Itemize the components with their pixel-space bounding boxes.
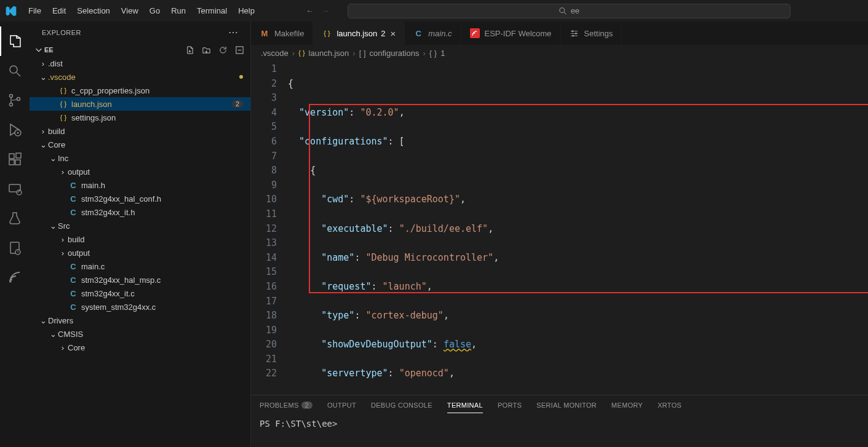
svg-point-8 [17, 132, 19, 134]
sidebar: EXPLORER ⋯ EE ›.dist ⌄.vscode { }c_cpp_p… [30, 22, 251, 447]
svg-point-19 [571, 30, 573, 32]
problems-badge: 2 [232, 100, 243, 108]
refresh-icon[interactable] [218, 45, 228, 55]
json-icon: { } [58, 100, 69, 108]
sidebar-title: EXPLORER [42, 29, 81, 36]
tree-file-halmsp[interactable]: Cstm32g4xx_hal_msp.c [30, 273, 250, 287]
tree-folder-core[interactable]: ⌄Core [30, 138, 250, 151]
menu-view[interactable]: View [116, 4, 143, 18]
modified-dot-icon [239, 75, 243, 79]
code-content[interactable]: { "version": "0.2.0", "configurations": … [288, 61, 868, 395]
search-text: ee [571, 6, 579, 15]
panel-tab-ports[interactable]: PORTS [498, 398, 522, 413]
tree-folder-cmsis[interactable]: ⌄CMSIS [30, 327, 250, 341]
tab-mainc[interactable]: Cmain.c [405, 22, 461, 45]
new-folder-icon[interactable] [202, 45, 211, 55]
tree-file-ccpp[interactable]: { }c_cpp_properties.json [30, 84, 250, 97]
nav-forward-icon[interactable]: → [321, 6, 329, 15]
title-bar: File Edit Selection View Go Run Terminal… [0, 0, 868, 22]
c-icon: C [68, 208, 79, 217]
menu-file[interactable]: File [23, 4, 46, 18]
menu-go[interactable]: Go [145, 4, 165, 18]
search-icon [559, 7, 567, 15]
search-input[interactable]: ee [348, 4, 790, 18]
activity-search-icon[interactable] [0, 56, 30, 85]
svg-point-5 [10, 103, 13, 106]
activity-debug-icon[interactable] [0, 115, 30, 144]
activity-bar [0, 22, 30, 447]
activity-extensions-icon[interactable] [0, 144, 30, 174]
panel-tab-output[interactable]: OUTPUT [327, 398, 356, 413]
svg-point-6 [17, 98, 20, 101]
close-icon[interactable]: × [390, 28, 396, 39]
c-icon: C [413, 28, 423, 38]
tree-folder-core2[interactable]: ›Core [30, 341, 250, 354]
tab-launch[interactable]: { }launch.json2× [313, 22, 405, 45]
activity-espressif-icon[interactable] [0, 263, 30, 292]
panel-tab-memory[interactable]: MEMORY [611, 398, 643, 413]
panel-tab-xrtos[interactable]: XRTOS [658, 398, 682, 413]
panel-tab-serial[interactable]: SERIAL MONITOR [536, 398, 597, 413]
svg-rect-12 [16, 153, 21, 158]
tree-file-launch[interactable]: { }launch.json2 [30, 97, 250, 111]
editor[interactable]: 12345678910111213141516171819202122 { "v… [251, 61, 868, 395]
menu-selection[interactable]: Selection [72, 4, 114, 18]
panel-tab-problems[interactable]: PROBLEMS2 [260, 398, 313, 413]
tree-file-ith[interactable]: Cstm32g4xx_it.h [30, 205, 250, 219]
json-icon: { } [298, 49, 305, 57]
tree-file-itc[interactable]: Cstm32g4xx_it.c [30, 287, 250, 300]
menu-help[interactable]: Help [233, 4, 260, 18]
svg-line-1 [563, 12, 566, 14]
svg-rect-10 [9, 160, 14, 165]
nav-arrows: ← → [306, 6, 329, 15]
activity-remote-icon[interactable] [0, 174, 30, 204]
sidebar-more-icon[interactable]: ⋯ [228, 26, 239, 38]
workspace-name: EE [44, 46, 54, 53]
tree-file-mainc[interactable]: Cmain.c [30, 259, 250, 273]
tab-settings[interactable]: Settings [560, 22, 622, 45]
menu-terminal[interactable]: Terminal [192, 4, 232, 18]
bottom-panel: PROBLEMS2 OUTPUT DEBUG CONSOLE TERMINAL … [251, 395, 868, 447]
tree-folder-vscode[interactable]: ⌄.vscode [30, 70, 250, 84]
tree-folder-src[interactable]: ⌄Src [30, 219, 250, 232]
tab-makefile[interactable]: MMakefile [251, 22, 313, 45]
tree-folder-output2[interactable]: ›output [30, 246, 250, 259]
activity-explorer-icon[interactable] [0, 26, 30, 56]
tree-folder-build2[interactable]: ›build [30, 232, 250, 246]
breadcrumb[interactable]: .vscode› { }launch.json› [ ]configuratio… [251, 45, 868, 61]
tree-folder-drivers[interactable]: ⌄Drivers [30, 314, 250, 327]
tab-esp[interactable]: ESP-IDF Welcome [461, 22, 561, 45]
svg-point-20 [575, 33, 577, 34]
tree-folder-dist[interactable]: ›.dist [30, 57, 250, 70]
tree-folder-inc[interactable]: ⌄Inc [30, 151, 250, 165]
panel-tab-terminal[interactable]: TERMINAL [447, 398, 483, 413]
file-tree: ›.dist ⌄.vscode { }c_cpp_properties.json… [30, 57, 250, 447]
collapse-icon[interactable] [235, 45, 244, 55]
nav-back-icon[interactable]: ← [306, 6, 314, 15]
c-icon: C [68, 303, 79, 312]
activity-source-control-icon[interactable] [0, 85, 30, 115]
menu-edit[interactable]: Edit [47, 4, 71, 18]
activity-test-icon[interactable] [0, 204, 30, 233]
json-icon: { } [58, 87, 69, 94]
c-icon: C [68, 194, 79, 204]
workspace-header[interactable]: EE [30, 43, 250, 57]
tree-file-halconf[interactable]: Cstm32g4xx_hal_conf.h [30, 192, 250, 205]
terminal[interactable]: PS F:\ST\st\ee> [251, 415, 868, 447]
vscode-logo-icon [5, 5, 17, 17]
menu-run[interactable]: Run [166, 4, 191, 18]
panel-tab-debug[interactable]: DEBUG CONSOLE [371, 398, 432, 413]
c-icon: C [68, 275, 79, 285]
c-icon: C [68, 289, 79, 298]
chevron-down-icon [34, 45, 43, 54]
tree-file-system[interactable]: Csystem_stm32g4xx.c [30, 300, 250, 314]
activity-esp-icon[interactable] [0, 233, 30, 263]
tree-file-settings[interactable]: { }settings.json [30, 111, 250, 124]
c-icon: C [68, 262, 79, 271]
tree-folder-build[interactable]: ›build [30, 124, 250, 138]
svg-point-2 [10, 66, 17, 73]
new-file-icon[interactable] [185, 45, 194, 55]
tree-folder-output1[interactable]: ›output [30, 165, 250, 178]
menu-bar: File Edit Selection View Go Run Terminal… [23, 4, 260, 18]
tree-file-mainh[interactable]: Cmain.h [30, 178, 250, 192]
